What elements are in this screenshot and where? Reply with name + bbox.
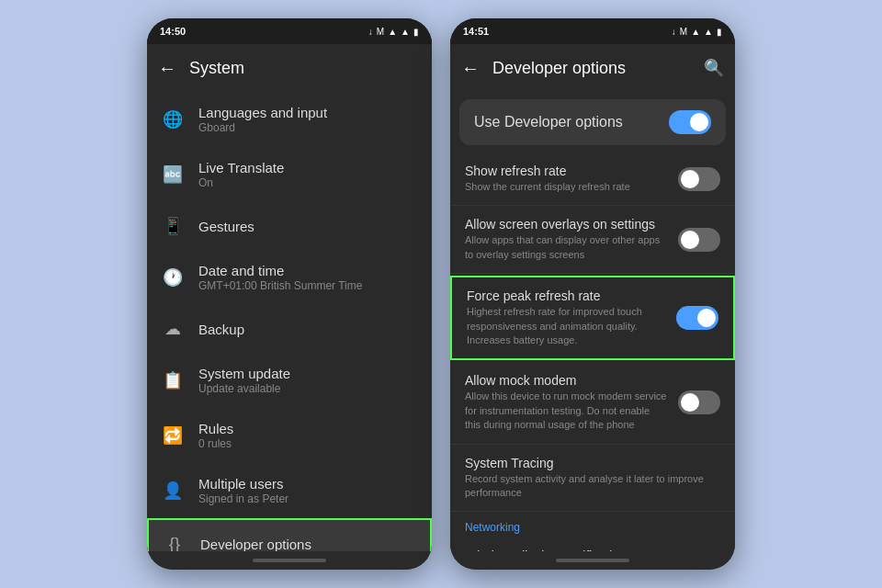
menu-item-6[interactable]: 🔁Rules0 rules: [147, 408, 432, 463]
menu-item-label-6: Rules: [198, 421, 233, 436]
dev-item-4[interactable]: System TracingRecord system activity and…: [450, 445, 735, 513]
dev-item-sublabel-1: Allow apps that can display over other a…: [465, 233, 667, 262]
menu-item-label-0: Languages and input: [198, 105, 327, 120]
dev-item-2[interactable]: Force peak refresh rateHighest refresh r…: [450, 276, 735, 360]
menu-item-sublabel-6: 0 rules: [198, 437, 233, 450]
dev-item-0[interactable]: Show refresh rateShow the current displa…: [450, 153, 735, 206]
toolbar-title-right: Developer options: [492, 59, 691, 78]
status-icons-right: ↓ M ▲ ▲ ▮: [672, 27, 722, 37]
menu-item-icon-4: ☁: [162, 318, 184, 340]
menu-list-left: 🌐Languages and inputGboard🔤Live Translat…: [147, 92, 432, 551]
menu-item-sublabel-0: Gboard: [198, 121, 327, 134]
wifi-icon-r: ▲: [691, 27, 700, 37]
bottom-bar-right: [450, 551, 735, 570]
menu-item-icon-0: 🌐: [162, 108, 184, 130]
menu-item-4[interactable]: ☁Backup: [147, 305, 432, 353]
use-developer-options-label: Use Developer options: [474, 114, 623, 130]
wifi-icon: ▲: [388, 27, 397, 37]
menu-item-label-2: Gestures: [198, 219, 254, 234]
menu-item-icon-7: 👤: [162, 480, 184, 502]
menu-item-label-7: Multiple users: [198, 476, 288, 492]
menu-item-0[interactable]: 🌐Languages and inputGboard: [147, 92, 432, 147]
developer-content: Use Developer optionsShow refresh rateSh…: [450, 92, 735, 551]
battery-icon: ▮: [413, 27, 419, 37]
dev-item-toggle-0[interactable]: [678, 167, 720, 191]
dev-item-sublabel-4: Record system activity and analyse it la…: [465, 472, 709, 501]
toolbar-right: ← Developer options 🔍: [450, 44, 735, 92]
menu-item-8[interactable]: {}Developer options: [147, 518, 432, 551]
back-button-right[interactable]: ←: [461, 58, 480, 79]
toolbar-title-left: System: [189, 59, 421, 78]
menu-item-sublabel-5: Update available: [198, 382, 290, 395]
menu-item-label-5: System update: [198, 366, 290, 381]
menu-item-label-8: Developer options: [200, 537, 311, 552]
section-header-5: Networking: [450, 512, 735, 537]
menu-item-icon-1: 🔤: [162, 164, 184, 186]
menu-item-icon-3: 🕐: [162, 266, 184, 288]
menu-item-label-3: Date and time: [198, 263, 362, 278]
signal-icon: ▲: [401, 27, 410, 37]
menu-item-sublabel-1: On: [198, 176, 284, 189]
home-indicator-left: [253, 559, 326, 562]
dev-item-toggle-1[interactable]: [678, 228, 720, 252]
menu-item-icon-6: 🔁: [162, 424, 184, 447]
mail-icon: M: [377, 27, 384, 37]
menu-item-label-1: Live Translate: [198, 160, 284, 175]
status-icons-left: ↓ M ▲ ▲ ▮: [368, 27, 419, 37]
mail-icon-r: M: [680, 27, 687, 37]
signal-icon-r: ▲: [704, 27, 713, 37]
menu-item-sublabel-7: Signed in as Peter: [198, 492, 288, 505]
download-icon-r: ↓: [672, 27, 676, 37]
menu-item-sublabel-3: GMT+01:00 British Summer Time: [198, 279, 362, 292]
dev-item-label-1: Allow screen overlays on settings: [465, 217, 667, 232]
dev-item-sublabel-2: Highest refresh rate for improved touch …: [467, 305, 665, 347]
dev-item-label-0: Show refresh rate: [465, 164, 667, 178]
dev-item-toggle-2[interactable]: [676, 306, 718, 330]
dev-item-1[interactable]: Allow screen overlays on settingsAllow a…: [450, 206, 735, 274]
menu-item-5[interactable]: 📋System updateUpdate available: [147, 353, 432, 408]
time-left: 14:50: [160, 26, 186, 37]
dev-item-3[interactable]: Allow mock modemAllow this device to run…: [450, 362, 735, 444]
battery-icon-r: ▮: [717, 27, 722, 37]
phone-right: 14:51 ↓ M ▲ ▲ ▮ ← Developer options 🔍 Us…: [450, 18, 735, 570]
menu-item-7[interactable]: 👤Multiple usersSigned in as Peter: [147, 463, 432, 518]
download-icon: ↓: [368, 27, 373, 37]
dev-item-sublabel-0: Show the current display refresh rate: [465, 180, 667, 194]
dev-item-label-3: Allow mock modem: [465, 373, 667, 388]
use-developer-options-card: Use Developer options: [459, 99, 726, 145]
bottom-bar-left: [147, 551, 432, 570]
toolbar-left: ← System: [147, 44, 432, 92]
dev-item-label-2: Force peak refresh rate: [467, 288, 665, 303]
home-indicator-right: [556, 559, 629, 562]
menu-item-2[interactable]: 📱Gestures: [147, 202, 432, 250]
menu-item-icon-2: 📱: [162, 215, 184, 237]
phone-left: 14:50 ↓ M ▲ ▲ ▮ ← System 🌐Languages and …: [147, 18, 432, 570]
time-right: 14:51: [463, 26, 489, 37]
use-developer-options-toggle[interactable]: [669, 110, 711, 134]
search-button-right[interactable]: 🔍: [704, 58, 724, 78]
menu-item-3[interactable]: 🕐Date and timeGMT+01:00 British Summer T…: [147, 250, 432, 305]
dev-item-toggle-3[interactable]: [678, 390, 720, 414]
status-bar-left: 14:50 ↓ M ▲ ▲ ▮: [147, 18, 432, 44]
menu-item-icon-8: {}: [164, 533, 186, 551]
dev-item-label-4: System Tracing: [465, 456, 709, 470]
menu-item-icon-5: 📋: [162, 369, 184, 391]
dev-item-6[interactable]: Wireless display certificationShow optio…: [450, 537, 735, 551]
status-bar-right: 14:51 ↓ M ▲ ▲ ▮: [450, 18, 735, 44]
back-button-left[interactable]: ←: [158, 58, 176, 79]
dev-item-sublabel-3: Allow this device to run mock modem serv…: [465, 390, 667, 432]
menu-item-1[interactable]: 🔤Live TranslateOn: [147, 147, 432, 202]
menu-item-label-4: Backup: [198, 322, 244, 337]
